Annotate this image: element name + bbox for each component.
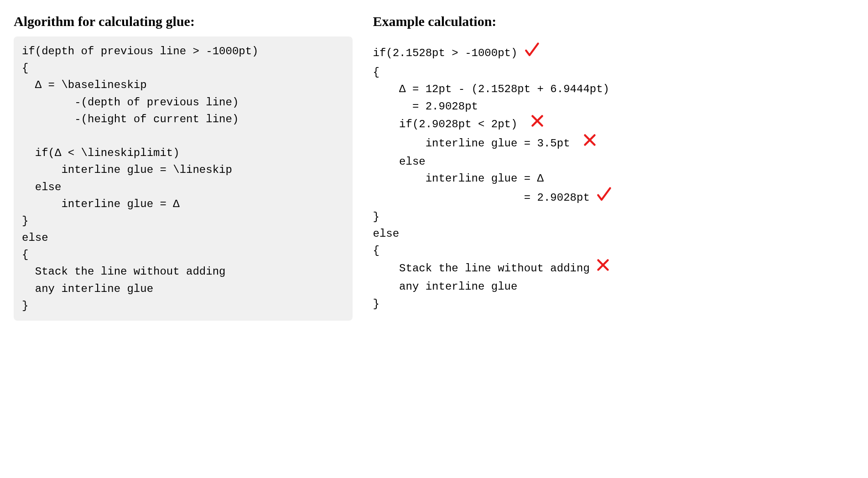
code-line: Δ = \baselineskip	[22, 79, 147, 91]
check-icon	[596, 187, 612, 208]
cross-icon	[530, 114, 544, 133]
example-code: if(2.1528pt > -1000pt) { Δ = 12pt - (2.1…	[373, 43, 712, 312]
code-line: }	[22, 300, 28, 312]
right-heading: Example calculation:	[373, 14, 712, 29]
code-line: -(depth of previous line)	[22, 96, 239, 109]
code-line: }	[373, 211, 379, 223]
example-code-block: if(2.1528pt > -1000pt) { Δ = 12pt - (2.1…	[373, 36, 712, 319]
code-line: = 2.9028pt	[373, 100, 478, 113]
left-heading: Algorithm for calculating glue:	[14, 14, 353, 29]
code-line: {	[373, 66, 379, 78]
page: Algorithm for calculating glue: if(depth…	[0, 0, 725, 334]
code-line: Stack the line without adding	[22, 265, 225, 278]
algorithm-code-block: if(depth of previous line > -1000pt) { Δ…	[14, 36, 353, 321]
code-line: else	[373, 228, 400, 240]
left-column: Algorithm for calculating glue: if(depth…	[14, 14, 353, 321]
cross-icon	[596, 258, 610, 277]
code-line: interline glue = Δ	[22, 198, 180, 210]
code-line: else	[373, 156, 426, 168]
code-line: else	[22, 232, 48, 244]
code-line: interline glue = 3.5pt	[373, 137, 583, 150]
code-line: }	[22, 215, 28, 227]
check-icon	[524, 42, 540, 63]
code-line: if(depth of previous line > -1000pt)	[22, 45, 258, 57]
code-line: any interline glue	[22, 283, 153, 295]
code-line: if(2.9028pt < 2pt)	[373, 118, 531, 130]
code-line: {	[22, 249, 28, 261]
code-line: else	[22, 181, 61, 193]
code-line: {	[22, 62, 28, 74]
code-line: Δ = 12pt - (2.1528pt + 6.9444pt)	[373, 83, 609, 95]
code-line: any interline glue	[373, 281, 518, 293]
right-column: Example calculation: if(2.1528pt > -1000…	[373, 14, 712, 321]
code-line: {	[373, 244, 379, 257]
code-line: if(Δ < \lineskiplimit)	[22, 147, 180, 159]
code-line: if(2.1528pt > -1000pt)	[373, 47, 524, 59]
code-line: interline glue = \lineskip	[22, 164, 232, 176]
algorithm-code: if(depth of previous line > -1000pt) { Δ…	[22, 43, 344, 314]
cross-icon	[583, 133, 597, 152]
code-line: }	[373, 298, 379, 310]
code-line: interline glue = Δ	[373, 172, 544, 185]
code-line: = 2.9028pt	[373, 192, 597, 204]
code-line: -(height of current line)	[22, 113, 239, 125]
code-line: Stack the line without adding	[373, 263, 597, 275]
